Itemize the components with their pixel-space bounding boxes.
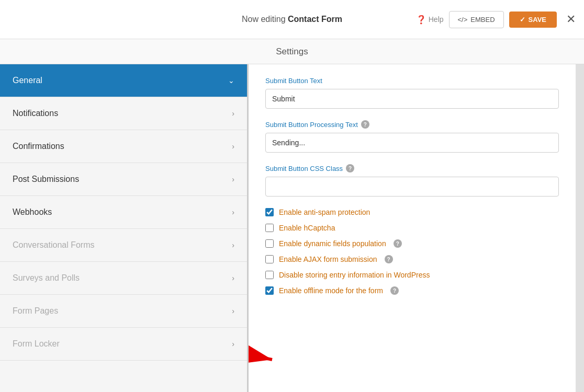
checkbox-disable-storing-row: Disable storing entry information in Wor… [265, 271, 559, 279]
submit-button-processing-label: Submit Button Processing Text ? [265, 120, 559, 129]
checkmark-icon: ✓ [520, 16, 525, 24]
submit-button-css-label: Submit Button CSS Class ? [265, 164, 559, 172]
antispam-checkbox[interactable] [265, 208, 274, 216]
sidebar-item-notifications[interactable]: Notifications › [0, 97, 247, 130]
chevron-right-icon: › [232, 307, 234, 315]
disable-storing-checkbox[interactable] [265, 271, 274, 279]
sidebar: General ⌄ Notifications › Confirmations … [0, 64, 249, 392]
sidebar-item-label: Confirmations [13, 142, 64, 151]
hcaptcha-label: Enable hCaptcha [279, 224, 335, 232]
sidebar-item-label: Surveys and Polls [13, 273, 80, 283]
sidebar-item-form-locker[interactable]: Form Locker › [0, 328, 247, 361]
help-button[interactable]: ❓ Help [416, 15, 444, 25]
header-actions: ❓ Help </> EMBED ✓ SAVE ✕ [416, 11, 576, 28]
checkbox-hcaptcha-row: Enable hCaptcha [265, 224, 559, 232]
question-icon: ❓ [416, 15, 426, 25]
submit-button-text-label: Submit Button Text [265, 77, 559, 85]
checkbox-antispam-row: Enable anti-spam protection [265, 208, 559, 216]
chevron-down-icon: ⌄ [228, 76, 234, 85]
css-help-icon[interactable]: ? [346, 164, 354, 172]
submit-button-processing-group: Submit Button Processing Text ? [265, 120, 559, 153]
disable-storing-label: Disable storing entry information in Wor… [279, 271, 430, 279]
submit-button-text-input[interactable] [265, 89, 559, 109]
sidebar-item-general[interactable]: General ⌄ [0, 64, 247, 97]
chevron-right-icon: › [232, 109, 234, 118]
checkbox-group: Enable anti-spam protection Enable hCapt… [265, 208, 559, 295]
close-button[interactable]: ✕ [566, 13, 576, 26]
sidebar-item-label: Form Locker [13, 339, 60, 349]
arrow-annotation [249, 344, 285, 377]
sidebar-item-webhooks[interactable]: Webhooks › [0, 196, 247, 229]
offline-mode-label: Enable offline mode for the form [279, 286, 383, 295]
sidebar-item-label: Conversational Forms [13, 240, 95, 250]
header: Now editing Contact Form ❓ Help </> EMBE… [0, 0, 584, 39]
antispam-label: Enable anti-spam protection [279, 208, 370, 216]
dynamic-fields-checkbox[interactable] [265, 239, 274, 248]
right-scrollbar [576, 64, 584, 392]
settings-bar: Settings [0, 39, 584, 64]
chevron-right-icon: › [232, 142, 234, 151]
checkbox-dynamic-fields-row: Enable dynamic fields population ? [265, 239, 559, 248]
settings-title: Settings [276, 47, 308, 57]
sidebar-item-label: General [13, 76, 42, 85]
submit-button-text-group: Submit Button Text [265, 77, 559, 109]
sidebar-item-form-pages[interactable]: Form Pages › [0, 295, 247, 328]
checkbox-ajax-row: Enable AJAX form submission ? [265, 255, 559, 263]
sidebar-item-conversational-forms[interactable]: Conversational Forms › [0, 229, 247, 262]
embed-button[interactable]: </> EMBED [449, 11, 504, 28]
content-area: Submit Button Text Submit Button Process… [249, 64, 576, 392]
sidebar-item-confirmations[interactable]: Confirmations › [0, 130, 247, 163]
save-button[interactable]: ✓ SAVE [509, 11, 557, 28]
ajax-submit-label: Enable AJAX form submission [279, 255, 377, 263]
offline-mode-checkbox[interactable] [265, 286, 274, 295]
chevron-right-icon: › [232, 208, 234, 216]
chevron-right-icon: › [232, 274, 234, 282]
offline-mode-help-icon[interactable]: ? [390, 286, 399, 295]
chevron-right-icon: › [232, 241, 234, 249]
checkbox-offline-mode-row: Enable offline mode for the form ? [265, 286, 559, 295]
processing-help-icon[interactable]: ? [361, 120, 369, 129]
ajax-help-icon[interactable]: ? [385, 255, 393, 263]
submit-button-processing-input[interactable] [265, 133, 559, 153]
dynamic-fields-help-icon[interactable]: ? [394, 239, 402, 248]
hcaptcha-checkbox[interactable] [265, 224, 274, 232]
dynamic-fields-label: Enable dynamic fields population [279, 239, 386, 248]
submit-button-css-input[interactable] [265, 177, 559, 197]
sidebar-item-label: Post Submissions [13, 175, 79, 184]
main-layout: General ⌄ Notifications › Confirmations … [0, 64, 584, 392]
sidebar-item-label: Notifications [13, 109, 58, 118]
sidebar-item-post-submissions[interactable]: Post Submissions › [0, 163, 247, 196]
sidebar-item-label: Webhooks [13, 207, 52, 217]
embed-icon: </> [458, 16, 468, 24]
submit-button-css-group: Submit Button CSS Class ? [265, 164, 559, 197]
chevron-right-icon: › [232, 175, 234, 183]
header-title: Now editing Contact Form [242, 15, 342, 24]
sidebar-item-surveys-polls[interactable]: Surveys and Polls › [0, 262, 247, 295]
ajax-submit-checkbox[interactable] [265, 255, 274, 263]
chevron-right-icon: › [232, 340, 234, 348]
sidebar-item-label: Form Pages [13, 306, 58, 316]
